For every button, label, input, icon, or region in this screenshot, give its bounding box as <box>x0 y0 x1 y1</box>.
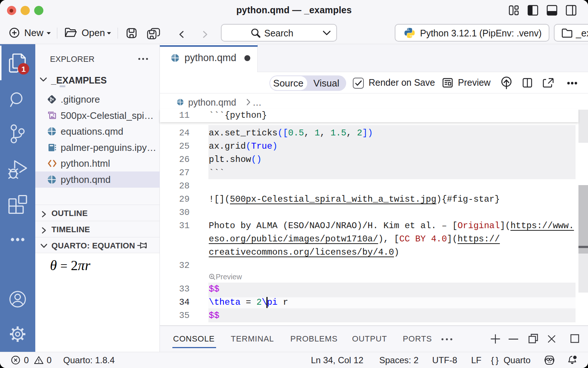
svg-text:1: 1 <box>21 65 26 73</box>
